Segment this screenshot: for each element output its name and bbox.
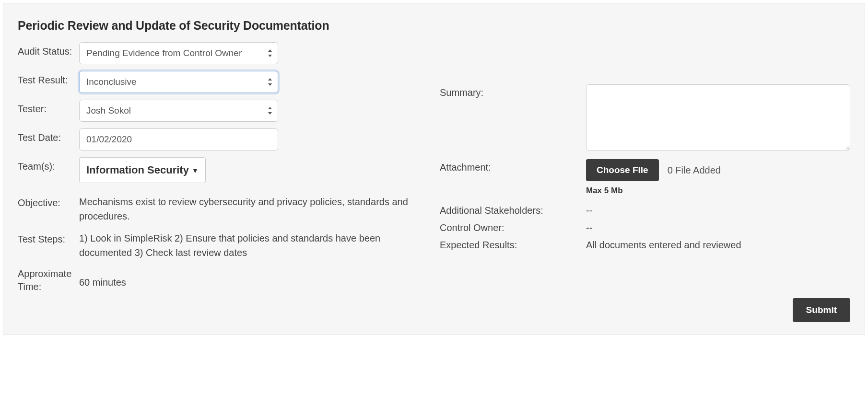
attachment-label: Attachment: xyxy=(440,159,586,174)
submit-button[interactable]: Submit xyxy=(793,298,850,322)
approx-time-value: 60 minutes xyxy=(79,266,428,289)
control-owner-label: Control Owner: xyxy=(440,220,586,235)
audit-status-value: Pending Evidence from Control Owner xyxy=(86,48,242,58)
tester-select[interactable]: Josh Sokol xyxy=(79,100,278,122)
file-count-status: 0 File Added xyxy=(668,165,721,176)
test-steps-label: Test Steps: xyxy=(18,230,79,246)
summary-textarea[interactable] xyxy=(586,84,850,150)
right-column: Summary: Attachment: Choose File 0 File … xyxy=(440,42,850,293)
test-result-value: Inconclusive xyxy=(86,77,137,87)
approx-time-label: Approximate Time: xyxy=(18,266,79,293)
form-panel: Periodic Review and Update of Security D… xyxy=(3,3,865,335)
summary-label: Summary: xyxy=(440,84,586,100)
test-result-select[interactable]: Inconclusive xyxy=(79,71,278,93)
expected-results-label: Expected Results: xyxy=(440,237,586,252)
page-title: Periodic Review and Update of Security D… xyxy=(18,19,850,33)
audit-status-select[interactable]: Pending Evidence from Control Owner xyxy=(79,42,278,64)
left-column: Audit Status: Pending Evidence from Cont… xyxy=(18,42,428,293)
objective-value: Mechanisms exist to review cybersecurity… xyxy=(79,194,428,223)
max-file-size-note: Max 5 Mb xyxy=(586,186,850,196)
teams-label: Team(s): xyxy=(18,157,79,173)
test-result-label: Test Result: xyxy=(18,71,79,87)
stakeholders-value: -- xyxy=(586,202,850,218)
stakeholders-label: Additional Stakeholders: xyxy=(440,202,586,218)
test-steps-value: 1) Look in SimpleRisk 2) Ensure that pol… xyxy=(79,230,428,260)
test-date-label: Test Date: xyxy=(18,128,79,144)
tester-value: Josh Sokol xyxy=(86,105,131,116)
teams-value: Information Security xyxy=(86,164,189,176)
control-owner-value: -- xyxy=(586,220,850,235)
tester-label: Tester: xyxy=(18,100,79,116)
audit-status-label: Audit Status: xyxy=(18,42,79,58)
objective-label: Objective: xyxy=(18,194,79,209)
teams-select[interactable]: Information Security ▼ xyxy=(79,157,206,183)
caret-down-icon: ▼ xyxy=(192,167,199,174)
test-date-input[interactable] xyxy=(79,128,278,150)
choose-file-button[interactable]: Choose File xyxy=(586,159,659,181)
expected-results-value: All documents entered and reviewed xyxy=(586,237,850,252)
